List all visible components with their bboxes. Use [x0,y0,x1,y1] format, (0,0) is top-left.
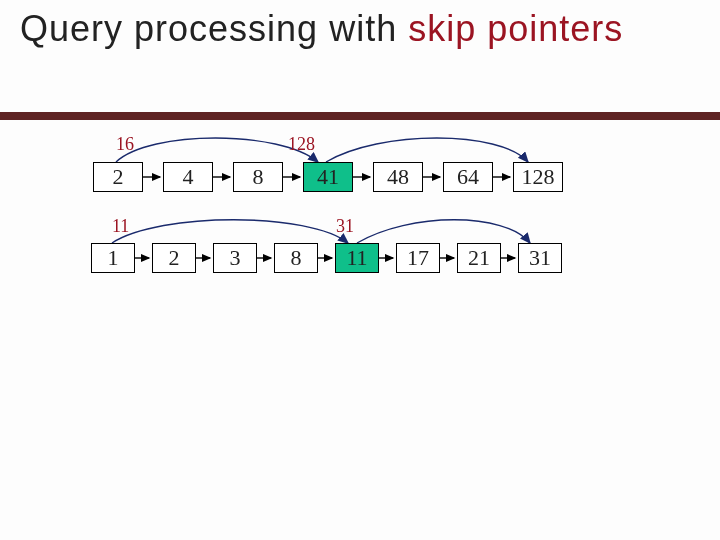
list2-box-0: 1 [91,243,135,273]
list2-box-4: 11 [335,243,379,273]
list2-box-5: 17 [396,243,440,273]
list2-skip-arrows [112,220,530,243]
list1-box-6: 128 [513,162,563,192]
title-part1: Query processing with [20,8,408,49]
list1-skip-label-1: 128 [288,134,315,155]
list2-box-3: 8 [274,243,318,273]
list1-box-4: 48 [373,162,423,192]
list2-box-7: 31 [518,243,562,273]
list1-box-3: 41 [303,162,353,192]
slide: Query processing with skip pointers [0,0,720,540]
list2-box-6: 21 [457,243,501,273]
title-part2: skip pointers [408,8,623,49]
list2-skip-label-0: 11 [112,216,129,237]
list1-box-2: 8 [233,162,283,192]
list1-skip-arrows [116,138,528,162]
list1-box-0: 2 [93,162,143,192]
list1-box-5: 64 [443,162,493,192]
list2-box-2: 3 [213,243,257,273]
list2-skip-label-1: 31 [336,216,354,237]
list1-skip-label-0: 16 [116,134,134,155]
list1-box-1: 4 [163,162,213,192]
title-underline [0,112,720,120]
slide-title: Query processing with skip pointers [20,8,680,49]
list2-box-1: 2 [152,243,196,273]
